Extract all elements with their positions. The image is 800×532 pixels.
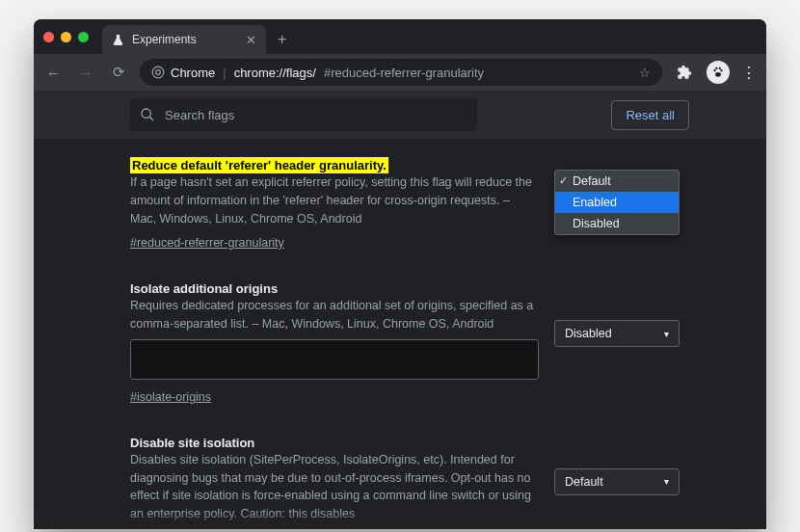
chevron-down-icon: ▾ xyxy=(664,476,669,487)
dropdown-option-disabled[interactable]: Disabled xyxy=(555,213,679,234)
reset-all-button[interactable]: Reset all xyxy=(611,100,689,130)
flag-select-label: Default xyxy=(565,475,603,489)
dropdown-option-default[interactable]: Default xyxy=(555,171,679,192)
flag-title: Isolate additional origins xyxy=(130,281,278,296)
site-chip: Chrome xyxy=(151,66,215,80)
flag-textarea[interactable] xyxy=(130,339,539,380)
tab-close-button[interactable]: ✕ xyxy=(246,33,256,47)
flags-content: Reduce default 'referer' header granular… xyxy=(34,139,766,529)
flag-select[interactable]: Default ▾ xyxy=(554,468,680,495)
flag-title: Reduce default 'referer' header granular… xyxy=(130,157,388,173)
svg-point-2 xyxy=(713,69,715,71)
browser-tab[interactable]: Experiments ✕ xyxy=(102,25,266,54)
toolbar: ← → ⟳ Chrome | chrome://flags/#reduced-r… xyxy=(34,54,766,91)
svg-point-7 xyxy=(142,109,150,118)
content-fade xyxy=(34,512,766,529)
svg-point-5 xyxy=(719,67,721,69)
paw-icon xyxy=(711,66,725,79)
search-box[interactable] xyxy=(130,98,477,131)
flag-select[interactable]: Disabled ▾ xyxy=(554,320,680,347)
flag-item: Reduce default 'referer' header granular… xyxy=(130,156,689,251)
bookmark-star-icon[interactable]: ☆ xyxy=(639,66,651,80)
dropdown-option-enabled[interactable]: Enabled xyxy=(555,192,679,213)
flag-anchor-link[interactable]: #isolate-origins xyxy=(130,390,211,404)
flag-description: Requires dedicated processes for an addi… xyxy=(130,297,539,333)
svg-point-3 xyxy=(720,69,722,71)
back-button[interactable]: ← xyxy=(41,65,65,81)
menu-button[interactable]: ⋮ xyxy=(739,64,759,82)
svg-point-4 xyxy=(715,67,717,69)
search-icon xyxy=(140,107,155,122)
flag-dropdown-open[interactable]: Default Enabled Disabled xyxy=(554,170,680,235)
browser-window: Experiments ✕ + ← → ⟳ Chrome | chrome://… xyxy=(34,19,766,529)
url-main: chrome://flags/ xyxy=(234,66,316,80)
svg-line-8 xyxy=(149,117,153,120)
flag-item: Isolate additional origins Requires dedi… xyxy=(130,279,689,405)
address-bar[interactable]: Chrome | chrome://flags/#reduced-referre… xyxy=(140,59,662,86)
svg-point-1 xyxy=(156,70,161,75)
window-minimize-button[interactable] xyxy=(61,32,71,42)
flags-topbar: Reset all xyxy=(34,91,766,139)
svg-point-0 xyxy=(152,66,164,78)
flask-icon xyxy=(112,34,124,46)
puzzle-icon xyxy=(677,65,692,80)
tab-bar: Experiments ✕ + xyxy=(34,19,766,54)
chrome-icon xyxy=(151,66,165,79)
url-separator: | xyxy=(223,66,226,80)
forward-button: → xyxy=(74,65,97,81)
chevron-down-icon: ▾ xyxy=(664,329,669,339)
search-input[interactable] xyxy=(165,108,467,122)
url-hash: #reduced-referrer-granularity xyxy=(324,66,484,80)
extensions-button[interactable] xyxy=(672,60,697,85)
profile-avatar[interactable] xyxy=(707,61,730,84)
flag-description: If a page hasn't set an explicit referre… xyxy=(130,173,539,227)
new-tab-button[interactable]: + xyxy=(266,31,298,48)
tab-title: Experiments xyxy=(132,33,197,46)
flag-title: Disable site isolation xyxy=(130,436,254,450)
svg-point-6 xyxy=(715,72,721,77)
window-close-button[interactable] xyxy=(43,32,54,42)
reload-button[interactable]: ⟳ xyxy=(107,64,130,81)
flag-anchor-link[interactable]: #reduced-referrer-granularity xyxy=(130,236,284,250)
window-maximize-button[interactable] xyxy=(78,32,89,42)
flag-select-label: Disabled xyxy=(565,327,612,340)
